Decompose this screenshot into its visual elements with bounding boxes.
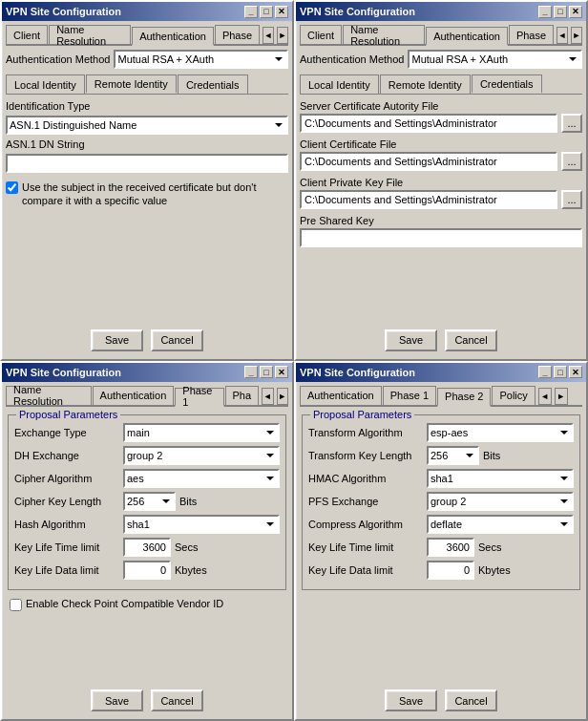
tab-policy-4[interactable]: Policy xyxy=(492,386,535,405)
tab-client-2[interactable]: Client xyxy=(300,25,342,44)
server-cert-browse[interactable]: ... xyxy=(561,114,582,133)
maximize-button[interactable]: □ xyxy=(260,6,273,18)
sub-tab-local-identity[interactable]: Local Identity xyxy=(6,74,85,94)
cancel-button-3[interactable]: Cancel xyxy=(151,689,203,711)
pre-shared-input[interactable] xyxy=(300,228,582,247)
maximize-button-4[interactable]: □ xyxy=(554,366,567,378)
tab-phase[interactable]: Phase xyxy=(215,25,260,44)
tab-auth-4[interactable]: Authentication xyxy=(300,386,382,405)
hmac-algo-label: HMAC Algorithm xyxy=(308,473,423,484)
id-type-select[interactable]: ASN.1 Distinguished Name xyxy=(6,116,288,135)
tab-phase1-3[interactable]: Phase 1 xyxy=(175,388,223,407)
minimize-button[interactable]: _ xyxy=(244,6,258,18)
transform-algo-select[interactable]: esp-aes xyxy=(427,423,574,442)
sub-tab-local-identity-2[interactable]: Local Identity xyxy=(300,74,379,94)
tab-name-resolution-2[interactable]: Name Resolution xyxy=(343,25,425,44)
client-cert-browse[interactable]: ... xyxy=(561,152,582,171)
title-bar-buttons-2: _ □ ✕ xyxy=(538,6,582,18)
tab-name-resolution[interactable]: Name Resolution xyxy=(49,25,131,44)
sub-tab-remote-identity-2[interactable]: Remote Identity xyxy=(380,74,471,94)
tab-auth-3[interactable]: Authentication xyxy=(93,386,175,405)
tab-name-res-3[interactable]: Name Resolution xyxy=(6,386,92,405)
hmac-algo-select[interactable]: sha1 xyxy=(427,469,574,488)
id-type-select-row: ASN.1 Distinguished Name xyxy=(6,116,288,135)
cipher-algo-row: Cipher Algorithm aes xyxy=(14,469,280,488)
save-button-3[interactable]: Save xyxy=(91,689,143,711)
hmac-algo-row: HMAC Algorithm sha1 xyxy=(308,469,574,488)
tab-nav-left-3[interactable]: ◄ xyxy=(262,388,273,405)
key-life-data-input-2[interactable] xyxy=(427,561,474,580)
use-subject-checkbox[interactable] xyxy=(6,181,18,194)
title-bar-top-right: VPN Site Configuration _ □ ✕ xyxy=(296,2,586,21)
minimize-button-4[interactable]: _ xyxy=(538,366,552,378)
hash-algo-select[interactable]: sha1 xyxy=(123,515,280,534)
auth-method-select[interactable]: Mutual RSA + XAuth xyxy=(114,50,288,69)
tab-nav-right-4[interactable]: ► xyxy=(555,388,568,405)
pfs-exchange-select[interactable]: group 2 xyxy=(427,492,574,511)
tab-phase-2[interactable]: Phase xyxy=(509,25,554,44)
cipher-algo-select[interactable]: aes xyxy=(123,469,280,488)
key-life-time-input-2[interactable] xyxy=(427,538,474,557)
tab-client[interactable]: Client xyxy=(6,25,48,44)
compress-algo-row: Compress Algorithm deflate xyxy=(308,515,574,534)
proposal-params-title: Proposal Parameters xyxy=(16,409,120,420)
exchange-type-select[interactable]: main xyxy=(123,423,280,442)
cancel-button-2[interactable]: Cancel xyxy=(445,329,497,351)
tab-nav-left-2[interactable]: ◄ xyxy=(556,27,568,44)
tab-nav-left-4[interactable]: ◄ xyxy=(538,388,552,405)
tab-authentication[interactable]: Authentication xyxy=(132,27,214,46)
cancel-button[interactable]: Cancel xyxy=(151,329,203,351)
tab-nav-right[interactable]: ► xyxy=(277,27,288,44)
id-type-label: Identification Type xyxy=(6,100,90,112)
dn-string-label: ASN.1 DN String xyxy=(6,138,85,150)
key-life-time-input[interactable] xyxy=(123,538,171,557)
window-content-bottom-right: Authentication Phase 1 Phase 2 Policy ◄ … xyxy=(296,382,586,720)
close-button-3[interactable]: ✕ xyxy=(275,366,288,378)
maximize-button-3[interactable]: □ xyxy=(260,366,273,378)
compress-algo-select[interactable]: deflate xyxy=(427,515,574,534)
transform-key-label: Transform Key Length xyxy=(308,450,423,461)
tab-nav-left[interactable]: ◄ xyxy=(262,27,274,44)
proposal-params-title-2: Proposal Parameters xyxy=(310,409,414,420)
minimize-button-2[interactable]: _ xyxy=(538,6,552,18)
key-life-data-label: Key Life Data limit xyxy=(14,564,119,576)
sub-tab-credentials-2[interactable]: Credentials xyxy=(472,74,542,94)
cancel-button-4[interactable]: Cancel xyxy=(445,689,497,711)
save-button-2[interactable]: Save xyxy=(385,329,437,351)
kbytes-label-2: Kbytes xyxy=(478,564,511,576)
main-tab-bar-2: Client Name Resolution Authentication Ph… xyxy=(300,25,582,46)
save-button-4[interactable]: Save xyxy=(385,689,437,711)
dh-exchange-label: DH Exchange xyxy=(14,450,119,461)
cipher-algo-label: Cipher Algorithm xyxy=(14,473,119,484)
minimize-button-3[interactable]: _ xyxy=(244,366,258,378)
auth-method-select-2[interactable]: Mutual RSA + XAuth xyxy=(408,50,582,69)
sub-tab-remote-identity[interactable]: Remote Identity xyxy=(86,74,177,94)
close-button-2[interactable]: ✕ xyxy=(569,6,582,18)
tab-phase2-4[interactable]: Phase 2 xyxy=(437,388,491,407)
close-button-4[interactable]: ✕ xyxy=(569,366,582,378)
client-cert-input[interactable] xyxy=(300,152,557,171)
sub-tab-credentials[interactable]: Credentials xyxy=(178,74,248,94)
cipher-key-select[interactable]: 256 xyxy=(123,492,176,511)
dh-exchange-select[interactable]: group 2 xyxy=(123,446,280,465)
server-cert-input[interactable] xyxy=(300,114,557,133)
client-key-input[interactable] xyxy=(300,190,557,209)
maximize-button-2[interactable]: □ xyxy=(554,6,567,18)
client-key-browse[interactable]: ... xyxy=(561,190,582,209)
window-top-left: VPN Site Configuration _ □ ✕ Client Name… xyxy=(0,0,294,361)
tab-phase1-4[interactable]: Phase 1 xyxy=(383,386,436,405)
transform-key-select[interactable]: 256 xyxy=(427,446,479,465)
tab-nav-right-3[interactable]: ► xyxy=(277,388,288,405)
save-button[interactable]: Save xyxy=(91,329,143,351)
key-life-data-input[interactable] xyxy=(123,561,171,580)
sub-tab-bar: Local Identity Remote Identity Credentia… xyxy=(6,74,288,95)
tab-pha-3[interactable]: Pha xyxy=(225,386,260,405)
title-bottom-left: VPN Site Configuration xyxy=(6,367,121,378)
pre-shared-row xyxy=(300,228,582,247)
tab-nav-right-2[interactable]: ► xyxy=(571,27,582,44)
close-button[interactable]: ✕ xyxy=(275,6,288,18)
main-tab-bar: Client Name Resolution Authentication Ph… xyxy=(6,25,288,46)
tab-authentication-2[interactable]: Authentication xyxy=(426,27,508,46)
checkpoint-checkbox[interactable] xyxy=(10,599,22,611)
dn-string-input[interactable] xyxy=(6,154,288,173)
